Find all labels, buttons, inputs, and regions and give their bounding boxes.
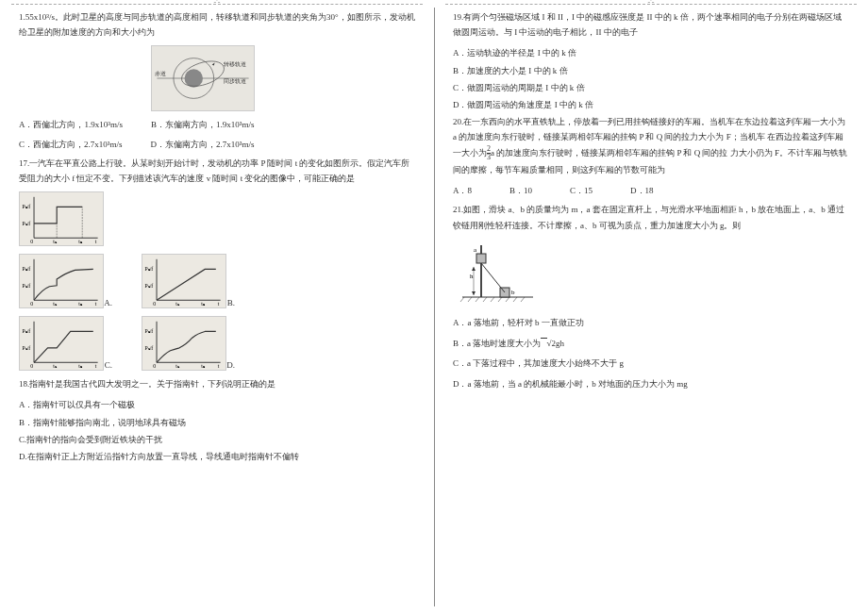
svg-text:t: t xyxy=(218,363,220,369)
svg-text:P₂/f: P₂/f xyxy=(144,267,153,273)
svg-line-50 xyxy=(483,297,487,302)
q18-opts: A．指南针可以仅具有一个磁极 B．指南针能够指向南北，说明地球具有磁场 C.指南… xyxy=(19,397,415,464)
svg-text:0: 0 xyxy=(153,363,156,369)
svg-rect-57 xyxy=(476,254,486,263)
svg-line-51 xyxy=(491,297,494,302)
q18-text: 18.指南针是我国古代四大发明之一。关于指南针，下列说明正确的是 xyxy=(19,376,415,391)
q19-text: 19.有两个匀强磁场区域 I 和 II，I 中的磁感应强度是 II 中的 k 倍… xyxy=(453,9,849,40)
q16-text: 1.55x10³/s。此时卫星的高度与同步轨道的高度相同，转移轨道和同步轨道的夹… xyxy=(19,9,415,40)
svg-text:t₁: t₁ xyxy=(175,363,180,369)
svg-text:t: t xyxy=(95,363,97,369)
q18-opt-d: D.在指南针正上方附近沿指针方向放置一直导线，导线通电时指南针不偏转 xyxy=(19,449,415,464)
svg-line-59 xyxy=(481,263,505,292)
svg-text:h: h xyxy=(470,273,474,280)
q16-opt-d: D．东偏南方向，2.7x10³m/s xyxy=(150,137,254,152)
svg-text:t₁: t₁ xyxy=(53,363,58,369)
q16-opts-row2: C．西偏北方向，2.7x10³m/s D．东偏南方向，2.7x10³m/s xyxy=(19,137,415,152)
graph-a-label: A. xyxy=(104,295,112,310)
q20-opt-c: C．15 xyxy=(570,183,593,198)
q16-opt-a: A．西偏北方向，1.9x10³m/s xyxy=(19,117,123,132)
orbit-svg: 赤道 转移轨道 同步轨道 xyxy=(152,46,254,110)
orbit-diagram: 赤道 转移轨道 同步轨道 xyxy=(151,45,255,111)
q18-opt-b: B．指南针能够指向南北，说明地球具有磁场 xyxy=(19,415,415,430)
svg-text:b: b xyxy=(511,289,515,296)
svg-text:0: 0 xyxy=(30,363,33,369)
q21-text: 21.如图，滑块 a、b 的质量均为 m，a 套在固定直杆上，与光滑水平地面相距… xyxy=(453,202,849,232)
svg-line-54 xyxy=(513,297,517,302)
svg-text:t₁: t₁ xyxy=(53,301,58,307)
svg-line-52 xyxy=(498,297,502,302)
svg-text:0: 0 xyxy=(30,301,33,307)
q20-part-c: a 的加速度向东行驶时，链接某两相邻车厢的挂钩 P 和 Q 间的拉 xyxy=(491,148,727,158)
graph-grid: P₂/f P₁/f 0 t₁ t₂ t P₂/f P₁/f xyxy=(19,191,415,371)
page-marker-r: -'- xyxy=(648,0,655,9)
transfer-label: 转移轨道 xyxy=(224,62,246,68)
svg-text:P₁/f: P₁/f xyxy=(22,221,30,226)
graph-d: P₂/f P₁/f 0 t₁t₂t D. xyxy=(142,316,226,371)
q19-opt-d: D．做圆周运动的角速度是 I 中的 k 倍 xyxy=(453,97,849,112)
q20-opt-a: A．8 xyxy=(453,183,472,198)
svg-text:t₂: t₂ xyxy=(78,239,83,244)
q21-opts: A．a 落地前，轻杆对 b 一直做正功 B．a 落地时速度大小为 √2gh C．… xyxy=(453,314,849,394)
svg-text:0: 0 xyxy=(30,239,33,244)
q21-opt-d: D．a 落地前，当 a 的机械能最小时，b 对地面的压力大小为 mg xyxy=(453,375,849,394)
graph-b: P₂/f P₁/f 0 t₁t₂t B. xyxy=(142,254,226,308)
q16-opt-c: C．西偏北方向，2.7x10³m/s xyxy=(19,137,122,152)
q20-text: 20.在一东西向的水平直铁轨上，停放着一列已用挂钩链接好的车厢。当机车在东边拉着… xyxy=(453,114,849,177)
svg-text:P₂/f: P₂/f xyxy=(22,205,30,210)
q16-opt-b: B．东偏南方向，1.9x10³m/s xyxy=(151,117,254,132)
graph-d-label: D. xyxy=(226,357,235,373)
svg-point-1 xyxy=(185,70,203,88)
svg-text:t₁: t₁ xyxy=(175,301,180,307)
svg-text:P₁/f: P₁/f xyxy=(144,345,153,351)
q20-opts: A．8 B．10 C．15 D．18 xyxy=(453,183,849,198)
svg-text:t: t xyxy=(218,301,220,307)
svg-line-47 xyxy=(460,297,464,302)
svg-text:0: 0 xyxy=(153,301,156,307)
q17-text: 17.一汽车在平直公路上行驶。从某时刻开始计时，发动机的功率 P 随时间 t 的… xyxy=(19,156,415,186)
svg-text:P₁/f: P₁/f xyxy=(22,345,30,351)
pulley-diagram: a b h xyxy=(453,241,538,307)
svg-text:t: t xyxy=(95,301,97,307)
graph-stem: P₂/f P₁/f 0 t₁ t₂ t xyxy=(19,191,104,246)
svg-line-48 xyxy=(468,297,472,302)
q21-opt-c: C．a 下落过程中，其加速度大小始终不大于 g xyxy=(453,355,849,373)
svg-text:P₁/f: P₁/f xyxy=(22,283,30,289)
left-column: -'- 1.55x10³/s。此时卫星的高度与同步轨道的高度相同，转移轨道和同步… xyxy=(0,0,434,614)
svg-text:P₁/f: P₁/f xyxy=(144,283,153,289)
svg-text:t₂: t₂ xyxy=(78,363,83,369)
svg-text:t₂: t₂ xyxy=(201,301,206,307)
q21-opt-b: B．a 落地时速度大小为 √2gh xyxy=(453,335,849,354)
svg-line-55 xyxy=(521,297,525,302)
svg-text:t₂: t₂ xyxy=(201,363,206,369)
svg-text:P₂/f: P₂/f xyxy=(144,329,153,335)
q20-opt-d: D．18 xyxy=(630,183,654,198)
equator-label: 赤道 xyxy=(155,71,166,76)
q19-opt-a: A．运动轨迹的半径是 I 中的 k 倍 xyxy=(453,45,849,60)
q18-opt-a: A．指南针可以仅具有一个磁极 xyxy=(19,397,415,412)
q16-opts-row1: A．西偏北方向，1.9x10³m/s B．东偏南方向，1.9x10³m/s xyxy=(19,117,415,132)
svg-text:P₂/f: P₂/f xyxy=(22,267,30,273)
svg-text:t₁: t₁ xyxy=(53,239,58,244)
right-column: -'- 19.有两个匀强磁场区域 I 和 II，I 中的磁感应强度是 II 中的… xyxy=(434,0,868,614)
svg-text:t: t xyxy=(95,239,97,244)
column-separator xyxy=(434,8,435,606)
q19-opt-b: B．加速度的大小是 I 中的 k 倍 xyxy=(453,63,849,78)
q21-opt-a: A．a 落地前，轻杆对 b 一直做正功 xyxy=(453,314,849,333)
q19-opt-c: C．做圆周运动的周期是 I 中的 k 倍 xyxy=(453,80,849,95)
q20-opt-b: B．10 xyxy=(509,183,532,198)
svg-text:t₂: t₂ xyxy=(78,301,83,307)
graph-c: P₂/f P₁/f 0 t₁t₂t C. xyxy=(19,316,104,371)
svg-line-49 xyxy=(476,297,479,302)
q19-opts: A．运动轨迹的半径是 I 中的 k 倍 B．加速度的大小是 I 中的 k 倍 C… xyxy=(453,45,849,112)
sync-label: 同步轨道 xyxy=(224,78,246,84)
svg-text:a: a xyxy=(474,246,477,254)
q18-opt-c: C.指南针的指向会受到附近铁块的干扰 xyxy=(19,432,415,447)
page-marker: -'- xyxy=(214,0,221,9)
graph-c-label: C. xyxy=(105,357,112,373)
graph-a: P₂/f P₁/f 0 t₁t₂t A. xyxy=(19,254,104,308)
graph-b-label: B. xyxy=(227,295,235,310)
svg-text:P₂/f: P₂/f xyxy=(22,329,30,335)
svg-line-53 xyxy=(506,297,509,302)
